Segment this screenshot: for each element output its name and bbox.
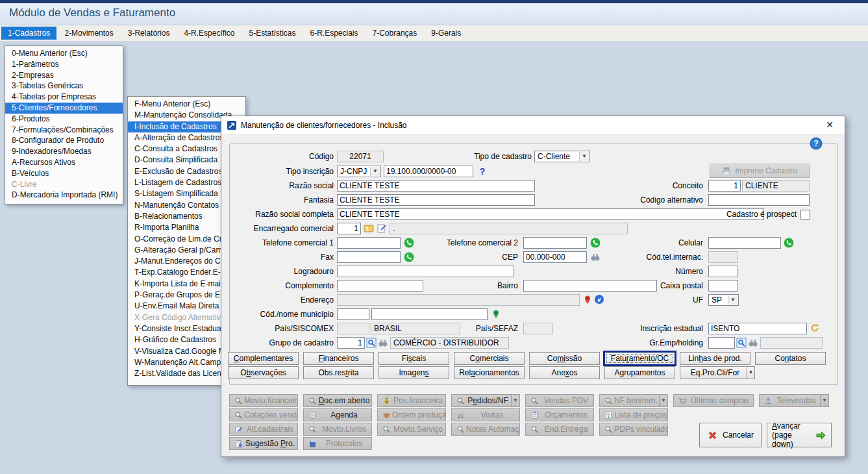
chevron-down-icon[interactable]: ▼: [728, 295, 738, 305]
menubar-item[interactable]: 1-Cadastros: [1, 27, 56, 40]
close-icon[interactable]: ✕: [824, 119, 836, 130]
chevron-down-icon[interactable]: ▼: [659, 395, 667, 406]
relation-button[interactable]: Sugestão Pro.: [229, 437, 298, 450]
chevron-down-icon[interactable]: ▼: [511, 395, 519, 406]
tab-button[interactable]: Comerciais: [454, 352, 525, 365]
relation-button[interactable]: Notas Automação: [451, 423, 520, 436]
relation-button[interactable]: NF ben/rem.▼: [599, 394, 668, 407]
razao-social-input[interactable]: [337, 180, 535, 192]
relation-button[interactable]: Protocolos: [303, 437, 372, 450]
grupo-num-input[interactable]: [337, 337, 365, 349]
binoculars-icon[interactable]: [378, 338, 388, 348]
tab-button[interactable]: Agrupamentos: [604, 366, 675, 379]
relation-button[interactable]: PDPs vinculados: [599, 423, 668, 436]
municipio-nome-input[interactable]: [371, 308, 488, 320]
menu-item[interactable]: 9-Indexadores/Moedas: [5, 146, 123, 157]
menubar-item[interactable]: 2-Movimentos: [58, 27, 119, 40]
relation-button[interactable]: Movto.financeiro: [229, 394, 298, 407]
imprime-cadastro-button[interactable]: Imprime Cadastro: [710, 164, 810, 178]
relation-button[interactable]: Ordem produção: [377, 408, 446, 421]
logradouro-input[interactable]: [337, 266, 514, 277]
inscricao-estadual-input[interactable]: [708, 323, 807, 334]
whatsapp-icon[interactable]: [784, 238, 794, 248]
municipio-cod-input[interactable]: [337, 308, 369, 320]
relation-button[interactable]: Televendas▼: [759, 394, 829, 407]
menubar-item[interactable]: 7-Cobranças: [366, 27, 424, 40]
menubar-item[interactable]: 3-Relatórios: [121, 27, 177, 40]
tab-button[interactable]: Financeiros: [303, 352, 374, 365]
cep-input[interactable]: [523, 251, 587, 263]
menu-item[interactable]: 4-Tabelas por Empresas: [5, 92, 123, 103]
tipo-cadastro-select[interactable]: C-Cliente ▼: [534, 151, 590, 162]
relation-button[interactable]: Cotações venda: [229, 408, 298, 421]
relation-button[interactable]: $Lista de preços: [599, 408, 668, 421]
fax-input[interactable]: [337, 251, 401, 263]
contact-card-icon[interactable]: [364, 223, 374, 234]
menu-item[interactable]: 7-Formulações/Combinações: [5, 125, 123, 136]
cnpj-lookup-icon[interactable]: ?: [477, 166, 488, 177]
relation-button[interactable]: Movto.Livros: [303, 423, 372, 436]
chevron-down-icon[interactable]: ▼: [747, 366, 755, 379]
complemento-input[interactable]: [337, 280, 423, 292]
chevron-down-icon[interactable]: ▼: [370, 167, 380, 176]
numero-input[interactable]: [708, 266, 738, 277]
cancel-button[interactable]: Cancelar: [699, 423, 762, 447]
menubar-item[interactable]: 9-Gerais: [425, 27, 467, 40]
menu-item[interactable]: C-Livre: [5, 179, 123, 190]
uf-select[interactable]: SP ▼: [708, 294, 739, 306]
menu-item[interactable]: 3-Tabelas Genéricas: [5, 81, 123, 92]
help-icon[interactable]: ?: [810, 137, 823, 150]
tab-button[interactable]: Contatos: [755, 352, 826, 365]
map-pin-green-icon[interactable]: [491, 308, 501, 319]
relation-button[interactable]: Últimas compras: [673, 394, 754, 407]
tab-button[interactable]: Faturamento/OC: [604, 352, 675, 365]
map-pin-icon[interactable]: [582, 294, 593, 305]
conceito-num-input[interactable]: [708, 180, 741, 192]
menubar-item[interactable]: 4-R.Específico: [177, 27, 241, 40]
tab-button[interactable]: Eq.Pro.Cli/For: [680, 366, 750, 379]
menu-item[interactable]: F-Menu Anterior (Esc): [128, 99, 245, 110]
relation-button[interactable]: End.Entrega: [525, 423, 594, 436]
relation-button[interactable]: Alt.cadastrais: [229, 423, 298, 436]
menu-item[interactable]: D-Mercadoria Importada (RMI): [5, 190, 123, 201]
caixa-postal-input[interactable]: [708, 280, 738, 292]
relation-button[interactable]: Vendas PDV: [525, 394, 594, 407]
relation-button[interactable]: Orçamentos: [525, 408, 594, 421]
relation-button[interactable]: Pedidos/NF▼: [451, 394, 520, 407]
codigo-alternativo-input[interactable]: [708, 194, 810, 206]
menubar-item[interactable]: 6-R.Especiais: [304, 27, 365, 40]
tab-button[interactable]: Observações: [228, 366, 299, 379]
binoculars-icon[interactable]: [748, 338, 758, 348]
tab-button[interactable]: Imagens: [378, 366, 449, 379]
tipo-inscricao-select[interactable]: J-CNPJ ▼: [337, 166, 381, 177]
menu-item[interactable]: 5-Clientes/Fornecedores: [5, 103, 123, 114]
advance-button[interactable]: Avançar (page down): [767, 423, 832, 447]
relation-button[interactable]: $Pos.financeira: [377, 394, 446, 407]
search-box-icon[interactable]: [366, 338, 377, 348]
menu-item[interactable]: 8-Configurador de Produto: [5, 135, 123, 146]
fantasia-input[interactable]: [337, 194, 535, 206]
menu-item[interactable]: B-Veículos: [5, 168, 123, 179]
encarregado-num-input[interactable]: [337, 223, 361, 234]
search-box-icon[interactable]: [736, 338, 747, 348]
edit-note-icon[interactable]: [377, 223, 387, 234]
tel2-input[interactable]: [523, 237, 587, 249]
tab-button[interactable]: Obs.restrita: [303, 366, 374, 379]
celular-input[interactable]: [708, 237, 781, 249]
menu-item[interactable]: 0-Menu Anterior (Esc): [5, 48, 123, 59]
relation-button[interactable]: Visitas: [451, 408, 520, 421]
menubar-item[interactable]: 5-Estatísticas: [242, 27, 302, 40]
tab-button[interactable]: Comissão: [529, 352, 600, 365]
chevron-down-icon[interactable]: ▼: [579, 152, 589, 161]
tab-button[interactable]: Anexos: [529, 366, 600, 379]
tab-button[interactable]: Fiscais: [378, 352, 449, 365]
tab-button[interactable]: Linhas de prod.: [680, 352, 750, 365]
menu-item[interactable]: 6-Produtos: [5, 114, 123, 125]
relation-button[interactable]: Agenda: [303, 408, 372, 421]
relation-button[interactable]: Doc.em aberto: [303, 394, 372, 407]
menu-item[interactable]: 1-Parâmetros: [5, 59, 123, 70]
menu-item[interactable]: 2-Empresas: [5, 70, 123, 81]
tel1-input[interactable]: [337, 237, 401, 249]
prospect-checkbox[interactable]: [800, 210, 810, 219]
tab-button[interactable]: Relacionamentos: [454, 366, 525, 379]
